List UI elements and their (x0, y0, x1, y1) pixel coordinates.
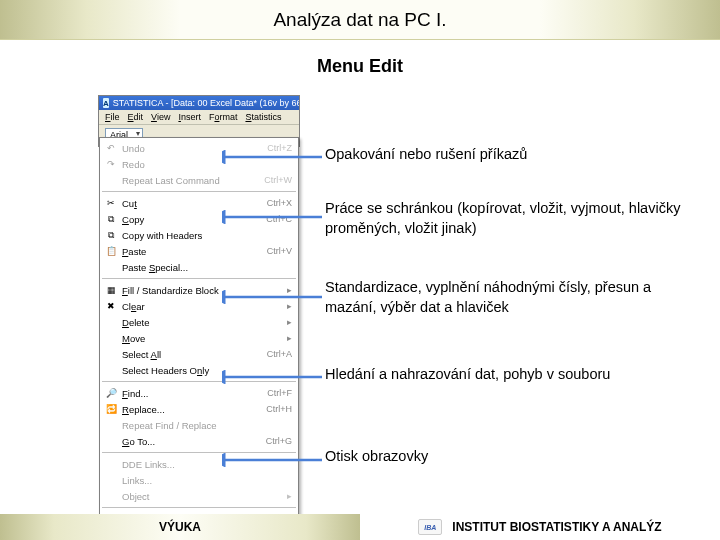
arrow-icon (222, 210, 322, 224)
menu-item-cut[interactable]: ✂ Cut Ctrl+X (100, 195, 298, 211)
app-titlebar: A STATISTICA - [Data: 00 Excel Data* (16… (99, 96, 299, 110)
blank-icon (104, 261, 118, 273)
footer-right: IBA INSTITUT BIOSTATISTIKY A ANALÝZ (360, 514, 720, 540)
paste-icon: 📋 (104, 245, 118, 257)
blank-icon (104, 419, 118, 431)
menu-statistics[interactable]: Statistics (245, 112, 281, 122)
annotation-screen-catcher: Otisk obrazovky (325, 447, 704, 467)
menu-edit[interactable]: Edit (128, 112, 144, 122)
clear-icon: ✖ (104, 300, 118, 312)
menu-item-repeat-find[interactable]: Repeat Find / Replace (100, 417, 298, 433)
footer: VÝUKA IBA INSTITUT BIOSTATISTIKY A ANALÝ… (0, 514, 720, 540)
replace-icon: 🔁 (104, 403, 118, 415)
menu-separator (102, 191, 296, 192)
find-icon: 🔎 (104, 387, 118, 399)
menu-item-select-all[interactable]: Select All Ctrl+A (100, 346, 298, 362)
annotation-find: Hledání a nahrazování dat, pohyb v soubo… (325, 365, 704, 385)
menu-item-replace[interactable]: 🔁 Replace... Ctrl+H (100, 401, 298, 417)
slide-subtitle: Menu Edit (0, 56, 720, 77)
slide-title-bar: Analýza dat na PC I. (0, 0, 720, 40)
menu-separator (102, 507, 296, 508)
logo-iba: IBA (418, 519, 442, 535)
arrow-icon (222, 370, 322, 384)
footer-right-text: INSTITUT BIOSTATISTIKY A ANALÝZ (452, 520, 661, 534)
menu-item-delete[interactable]: Delete ▸ (100, 314, 298, 330)
scissors-icon: ✂ (104, 197, 118, 209)
menu-item-move[interactable]: Move ▸ (100, 330, 298, 346)
arrow-icon (222, 290, 322, 304)
menu-item-repeat-last[interactable]: Repeat Last Command Ctrl+W (100, 172, 298, 188)
menu-separator (102, 278, 296, 279)
blank-icon (104, 348, 118, 360)
blank-icon (104, 316, 118, 328)
redo-icon: ↷ (104, 158, 118, 170)
blank-icon (104, 458, 118, 470)
menu-item-goto[interactable]: Go To... Ctrl+G (100, 433, 298, 449)
edit-menu-dropdown: ↶ Undo Ctrl+Z ↷ Redo Repeat Last Command… (99, 137, 299, 530)
annotation-standardize: Standardizace, vyplnění náhodnými čísly,… (325, 278, 704, 317)
copy-headers-icon: ⧉ (104, 229, 118, 241)
menu-item-object[interactable]: Object ▸ (100, 488, 298, 504)
blank-icon (104, 474, 118, 486)
menu-format[interactable]: Format (209, 112, 238, 122)
copy-icon: ⧉ (104, 213, 118, 225)
app-title-text: STATISTICA - [Data: 00 Excel Data* (16v … (113, 98, 299, 108)
menu-item-paste-special[interactable]: Paste Special... (100, 259, 298, 275)
annotation-clipboard: Práce se schránkou (kopírovat, vložit, v… (325, 199, 704, 238)
app-menubar: File Edit View Insert Format Statistics (99, 110, 299, 125)
menu-item-find[interactable]: 🔎 Find... Ctrl+F (100, 385, 298, 401)
blank-icon (104, 490, 118, 502)
footer-left: VÝUKA (0, 514, 360, 540)
blank-icon (104, 332, 118, 344)
menu-insert[interactable]: Insert (178, 112, 201, 122)
blank-icon (104, 364, 118, 376)
app-icon: A (103, 98, 109, 108)
menu-item-links[interactable]: Links... (100, 472, 298, 488)
menu-item-copy-headers[interactable]: ⧉ Copy with Headers (100, 227, 298, 243)
undo-icon: ↶ (104, 142, 118, 154)
content-area: A STATISTICA - [Data: 00 Excel Data* (16… (0, 95, 720, 515)
fill-icon: ▦ (104, 284, 118, 296)
arrow-icon (222, 453, 322, 467)
menu-view[interactable]: View (151, 112, 170, 122)
blank-icon (104, 174, 118, 186)
menu-item-paste[interactable]: 📋 Paste Ctrl+V (100, 243, 298, 259)
annotation-undo-redo: Opakování nebo rušení příkazů (325, 145, 704, 165)
slide-title: Analýza dat na PC I. (273, 9, 446, 31)
menu-file[interactable]: File (105, 112, 120, 122)
blank-icon (104, 435, 118, 447)
arrow-icon (222, 150, 322, 164)
